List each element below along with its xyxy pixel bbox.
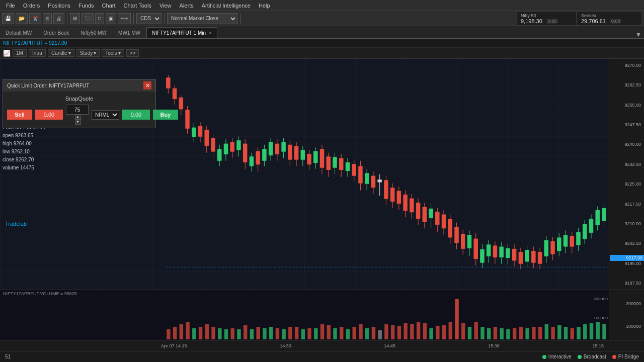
menu-help[interactable]: Help [255,0,274,11]
tab-scroll-icon[interactable]: ▼ [633,31,644,38]
order-row: Sell ▲ ▼ NRML MIS [7,105,151,125]
svg-rect-87 [423,207,427,222]
sensex-value: 29,706.61 [581,18,606,24]
svg-rect-212 [596,322,600,339]
svg-rect-197 [500,328,503,339]
tab-nifty50[interactable]: Nifty50 MW [75,27,112,38]
svg-rect-33 [250,156,254,166]
timeframe-btn[interactable]: 1M [13,49,27,57]
sell-price-input[interactable] [35,110,63,120]
svg-rect-190 [455,299,458,339]
toolbar-btn-1[interactable]: 💾 [2,13,14,24]
svg-rect-164 [288,327,292,339]
tab-order-book[interactable]: Order Book [38,27,74,38]
toolbar-btn-4[interactable]: ⎘ [43,13,52,24]
svg-rect-21 [211,138,215,152]
toolbar: 💾 📂 ✂️ ⎘ 🖨 ⊞ ⬛ □ ▣ ⟺ CDS NSE BSE Normal … [0,11,644,26]
svg-rect-154 [224,329,228,339]
svg-rect-59 [333,157,337,167]
svg-rect-73 [377,179,381,182]
svg-rect-105 [480,249,484,263]
svg-rect-175 [359,324,362,339]
svg-rect-65 [352,164,356,175]
svg-rect-207 [564,327,568,339]
ohlcv-open: open 9263.65 [3,132,49,140]
svg-rect-89 [429,209,433,218]
menu-chart-tools[interactable]: Chart Tools [119,0,155,11]
volume-chart: 200000 100000 [0,294,609,339]
svg-rect-31 [243,144,247,162]
volume-level-1: 100000 [610,324,643,329]
menu-chart[interactable]: Chart [98,0,120,11]
menu-alerts[interactable]: Alerts [176,0,198,11]
toolbar-btn-8[interactable]: □ [95,13,104,24]
menu-ai[interactable]: Artificial Intelligence [198,0,255,11]
qty-input[interactable] [66,105,89,115]
menu-positions[interactable]: Positions [44,0,74,11]
current-price-highlight: 9217.00 [610,255,644,261]
toolbar-btn-2[interactable]: 📂 [16,13,28,24]
price-label-3: 9247.50 [610,122,643,127]
svg-rect-41 [275,144,279,154]
svg-rect-47 [294,146,298,160]
tab-nifty-chart[interactable]: NIFTY17APRFUT 1 Min × [146,27,217,38]
toolbar-btn-3[interactable]: ✂️ [29,13,41,24]
svg-rect-117 [519,252,523,263]
toolbar-btn-5[interactable]: 🖨 [53,13,64,24]
qty-up-btn[interactable]: ▲ [75,115,81,120]
price-label-1: 9262.50 [610,82,643,87]
chart-header: 📈 1M Intra Candle ▾ Study ▾ Tools ▾ >> [0,48,644,59]
buy-price-input[interactable] [122,110,150,120]
svg-rect-95 [448,219,452,237]
svg-rect-27 [230,142,234,151]
tab-mw1[interactable]: MW1 MW [113,27,146,38]
svg-rect-17 [198,126,202,136]
tab-default-mw[interactable]: Default MW [0,27,37,38]
svg-rect-163 [282,329,285,339]
svg-rect-172 [340,327,343,339]
svg-rect-155 [231,328,234,339]
pi-bridge-dot-icon [612,355,616,359]
svg-rect-202 [532,327,535,339]
menu-view[interactable]: View [155,0,176,11]
study-btn[interactable]: Study ▾ [76,49,100,57]
toolbar-separator-4 [240,13,240,24]
svg-rect-167 [307,328,311,339]
chart-status-bar: NIFTY17APRFUT = 9217.00 [0,39,644,48]
svg-rect-180 [391,325,394,339]
product-type-select[interactable]: NRML MIS [92,110,119,120]
svg-rect-99 [461,234,465,249]
nifty-change: 0.00 [546,19,558,24]
toolbar-btn-10[interactable]: ⟺ [118,13,131,24]
price-label-8: 9210.00 [610,221,643,226]
status-num: 51 [5,354,11,359]
pi-bridge-status: PI Bridge [612,354,639,359]
svg-rect-139 [589,219,593,233]
intra-btn[interactable]: Intra [29,49,46,57]
toolbar-btn-6[interactable]: ⊞ [70,13,80,24]
candle-btn[interactable]: Candle ▾ [48,49,74,57]
tools-btn[interactable]: Tools ▾ [102,49,124,57]
svg-rect-51 [307,154,311,164]
buy-button[interactable]: Buy [153,110,178,120]
toolbar-btn-7[interactable]: ⬛ [82,13,94,24]
ohlcv-high: high 9264.00 [3,140,49,148]
quick-order-close-button[interactable]: ✕ [143,81,151,89]
svg-rect-143 [602,208,606,221]
quick-order-body: SnapQuote Sell ▲ ▼ [3,92,155,128]
menu-funds[interactable]: Funds [74,0,98,11]
broadcast-label: Broadcast [584,354,606,359]
svg-rect-161 [269,327,273,339]
toolbar-btn-9[interactable]: ▣ [106,13,116,24]
menu-file[interactable]: File [2,0,19,11]
sell-button[interactable]: Sell [7,110,32,120]
session-select[interactable]: Normal Market Close [167,13,237,24]
more-btn[interactable]: >> [126,49,139,57]
time-label-3: 15:00 [488,343,500,348]
svg-rect-195 [487,328,491,339]
market-type-select[interactable]: CDS NSE BSE [136,13,162,24]
qty-down-btn[interactable]: ▼ [75,120,81,125]
close-tab-icon[interactable]: × [209,30,212,36]
menu-orders[interactable]: Orders [19,0,44,11]
svg-rect-135 [576,232,580,245]
